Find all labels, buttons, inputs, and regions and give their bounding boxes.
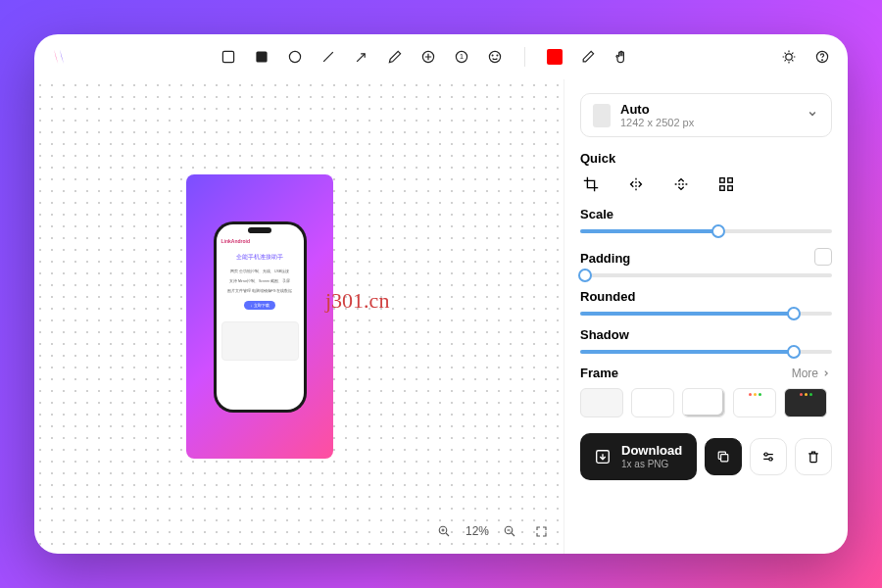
svg-point-41 (764, 453, 767, 456)
svg-line-19 (792, 60, 793, 61)
phone-feature: 支持 Mirror控制、Screen 截图、录屏 (221, 279, 299, 283)
frame-option-mac-light[interactable] (733, 388, 776, 417)
svg-rect-0 (222, 51, 233, 62)
watermark: j301.cn (325, 288, 389, 314)
grid-button[interactable] (715, 173, 737, 195)
download-title: Download (621, 443, 682, 459)
frame-more-link[interactable]: More (792, 367, 832, 380)
svg-rect-1 (256, 51, 267, 62)
phone-preview-img (221, 321, 299, 361)
phone-notch (248, 227, 271, 233)
scale-label: Scale (580, 207, 832, 221)
zoom-level: 12% (466, 524, 489, 538)
svg-rect-33 (720, 178, 725, 183)
zoom-out-button[interactable] (499, 520, 520, 542)
padding-label: Padding (580, 251, 630, 266)
svg-point-12 (497, 55, 498, 56)
svg-line-18 (785, 53, 786, 54)
theme-toggle-icon[interactable] (779, 47, 799, 67)
shadow-label: Shadow (580, 327, 832, 342)
rect-fill-tool[interactable] (252, 47, 271, 67)
app-logo[interactable] (50, 47, 70, 67)
svg-rect-35 (720, 186, 725, 191)
arrow-tool[interactable] (352, 47, 371, 67)
svg-line-4 (357, 54, 365, 62)
preset-dimensions: 1242 x 2502 px (620, 117, 796, 128)
properties-panel: Auto 1242 x 2502 px Quick Scale Padding … (564, 79, 848, 554)
frame-option-none[interactable] (580, 388, 623, 417)
emoji-tool[interactable] (485, 47, 505, 67)
phone-device: LinkAndroid 全能手机连接助手 网页 全功能控制、无线、USB连接 支… (214, 221, 307, 413)
padding-toggle[interactable] (814, 248, 832, 266)
download-subtitle: 1x as PNG (621, 459, 682, 470)
phone-brand: LinkAndroid (221, 238, 299, 244)
rounded-slider[interactable] (580, 312, 832, 316)
svg-line-29 (512, 533, 514, 536)
svg-line-20 (785, 60, 786, 61)
frame-option-shadow[interactable] (682, 388, 725, 417)
frame-label: Frame (580, 366, 618, 380)
copy-button[interactable] (705, 438, 742, 475)
svg-line-3 (323, 52, 333, 62)
phone-feature: 图片文件管理 电脑端镜像FG 在线数据 (221, 289, 299, 293)
padding-slider[interactable] (580, 273, 832, 277)
quick-label: Quick (580, 151, 832, 166)
svg-point-42 (769, 458, 772, 461)
pen-tool[interactable] (385, 47, 405, 67)
mockup-frame[interactable]: LinkAndroid 全能手机连接助手 网页 全功能控制、无线、USB连接 支… (186, 174, 333, 459)
svg-point-23 (822, 60, 823, 61)
flip-vertical-button[interactable] (670, 173, 692, 195)
pencil-tool[interactable] (578, 47, 598, 67)
toolbar-divider (524, 47, 525, 67)
hand-tool[interactable] (612, 47, 631, 67)
preset-title: Auto (620, 102, 796, 117)
shadow-slider[interactable] (580, 350, 832, 354)
circle-tool[interactable] (285, 47, 305, 67)
crop-button[interactable] (580, 173, 602, 195)
phone-cta: ↓ 立即下载 (244, 301, 274, 310)
frame-option-mac-dark[interactable] (784, 388, 827, 417)
frame-option-rounded[interactable] (631, 388, 674, 417)
svg-point-13 (786, 54, 792, 60)
svg-point-2 (289, 51, 300, 62)
download-button[interactable]: Download 1x as PNG (580, 433, 697, 480)
svg-point-10 (489, 51, 500, 62)
rounded-label: Rounded (580, 289, 832, 304)
svg-rect-38 (721, 454, 728, 461)
help-icon[interactable] (812, 47, 832, 67)
app-window: 1 LinkAndroid 全能手机连接助手 网页 全功能控制、无线、USB连接… (34, 34, 848, 554)
svg-rect-34 (728, 178, 733, 183)
zoom-in-button[interactable] (434, 520, 456, 542)
fullscreen-button[interactable] (530, 520, 552, 542)
svg-rect-36 (728, 186, 733, 191)
phone-title: 全能手机连接助手 (221, 253, 299, 262)
phone-feature: 网页 全功能控制、无线、USB连接 (221, 270, 299, 273)
canvas[interactable]: LinkAndroid 全能手机连接助手 网页 全功能控制、无线、USB连接 支… (34, 79, 564, 554)
rect-outline-tool[interactable] (219, 47, 238, 67)
annotate-tool[interactable] (418, 47, 438, 67)
toolbar: 1 (34, 34, 848, 79)
preset-thumb (593, 104, 611, 127)
svg-text:1: 1 (460, 52, 464, 61)
scale-slider[interactable] (580, 229, 832, 233)
zoom-controls: 12% (434, 520, 552, 542)
flip-horizontal-button[interactable] (625, 173, 647, 195)
step-tool[interactable]: 1 (452, 47, 471, 67)
size-preset-dropdown[interactable]: Auto 1242 x 2502 px (580, 93, 832, 137)
svg-point-11 (492, 55, 493, 56)
delete-button[interactable] (795, 438, 832, 475)
chevron-down-icon (806, 107, 819, 124)
svg-line-25 (446, 533, 449, 536)
color-picker[interactable] (545, 47, 564, 67)
line-tool[interactable] (318, 47, 338, 67)
settings-button[interactable] (750, 438, 787, 475)
svg-line-21 (792, 53, 793, 54)
